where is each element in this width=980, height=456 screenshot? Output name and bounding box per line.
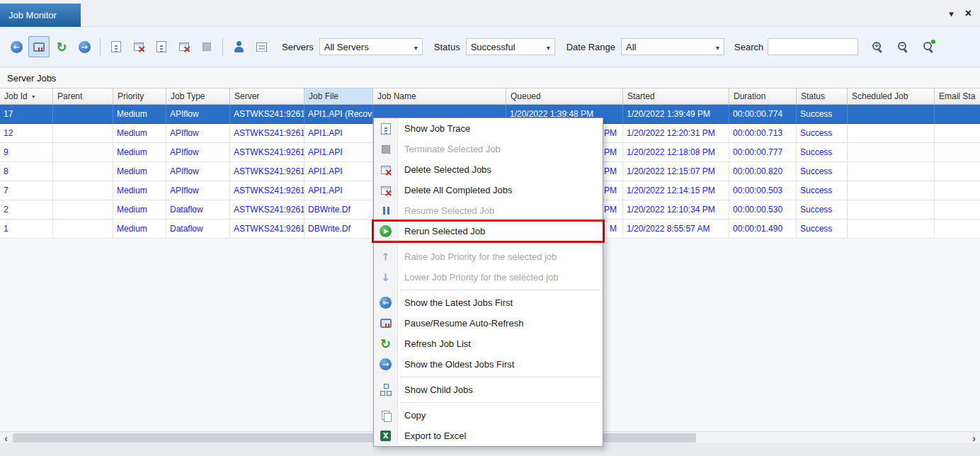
menu-item-label: Show the Oldest Jobs First <box>404 359 514 370</box>
find-button[interactable]: + <box>867 36 888 57</box>
column-header-job-type[interactable]: Job Type <box>166 88 230 105</box>
menu-icon-gutter: ▶ <box>374 225 397 237</box>
refresh-job-list-button[interactable]: ↻ <box>51 36 72 57</box>
menu-icon-gutter <box>374 409 397 422</box>
cell-job_type: APIflow <box>166 143 230 162</box>
column-header-status[interactable]: Status <box>797 88 848 105</box>
menu-item-raise-job-priority-for-the-selected-job: ↑Raise Job Priority for the selected job <box>374 246 603 267</box>
menu-item-show-job-trace[interactable]: Show Job Trace <box>374 118 603 139</box>
menu-item-label: Show Child Jobs <box>404 384 473 395</box>
cell-started: 1/20/2022 1:39:49 PM <box>623 105 729 124</box>
status-value: Successful <box>471 42 515 52</box>
menu-item-label: Delete All Completed Jobs <box>404 185 512 195</box>
cell-job_type: APIflow <box>166 181 230 200</box>
job-monitor-tab[interactable]: Job Monitor <box>0 4 81 27</box>
cell-job_id: 9 <box>0 143 53 162</box>
chevron-down-icon <box>547 42 550 52</box>
window-close-icon[interactable] <box>965 7 972 20</box>
servers-dropdown[interactable]: All Servers <box>319 38 423 55</box>
column-header-job-file[interactable]: Job File <box>304 88 373 105</box>
cell-started: 1/20/2022 12:10:34 PM <box>623 200 729 220</box>
copy-icon <box>380 409 392 422</box>
menu-item-show-the-oldest-jobs-first[interactable]: →Show the Oldest Jobs First <box>374 354 603 375</box>
column-header-scheduled-job[interactable]: Scheduled Job <box>848 88 935 105</box>
column-header-email-sta[interactable]: Email Sta <box>935 88 980 105</box>
search-input[interactable] <box>768 38 858 55</box>
magnifier-gear-icon <box>922 40 935 53</box>
menu-item-label: Rerun Selected Job <box>404 226 485 236</box>
cell-scheduled_job <box>848 200 935 220</box>
cell-job_file: API1.API <box>304 124 373 143</box>
user-jobs-button[interactable] <box>228 36 249 57</box>
cell-duration: 00:00:00.774 <box>729 105 797 124</box>
menu-item-label: Terminate Selected Job <box>404 144 501 154</box>
cell-started: 1/20/2022 12:14:15 PM <box>623 181 729 200</box>
menu-icon-gutter <box>374 205 397 217</box>
chevron-down-icon <box>414 42 418 52</box>
search-options-button[interactable] <box>918 36 939 57</box>
cell-priority: Medium <box>113 220 166 239</box>
cell-priority: Medium <box>113 105 166 124</box>
menu-icon-gutter: → <box>374 358 397 370</box>
cell-server: ASTWKS241:9261 <box>230 124 304 143</box>
cell-parent <box>53 181 113 200</box>
column-header-priority[interactable]: Priority <box>113 88 166 105</box>
column-header-parent[interactable]: Parent <box>53 88 113 105</box>
status-label: Status <box>434 42 460 52</box>
show-child-jobs-button[interactable] <box>251 36 272 57</box>
cell-duration: 00:00:00.530 <box>729 200 797 220</box>
delete-all-completed-jobs-button[interactable] <box>173 36 195 57</box>
window-dropdown-icon[interactable] <box>949 7 954 20</box>
table-x-icon <box>381 166 391 174</box>
trace-icon <box>111 41 121 52</box>
cell-email_status <box>935 105 980 124</box>
cell-email_status <box>935 143 980 162</box>
column-header-duration[interactable]: Duration <box>729 88 797 105</box>
show-latest-jobs-first-button[interactable]: ← <box>6 36 27 57</box>
doc-icon <box>156 41 166 52</box>
find-clear-button[interactable]: − <box>892 36 913 57</box>
menu-item-show-the-latest-jobs-first[interactable]: ←Show the Latest Jobs First <box>374 292 603 313</box>
table-x2-icon <box>381 186 391 195</box>
cell-job_type: APIflow <box>166 162 230 181</box>
menu-item-label: Resume Selected Job <box>404 205 494 216</box>
scroll-right-button[interactable] <box>968 432 980 444</box>
arrow-up-icon: ↑ <box>380 251 392 263</box>
column-header-job-id[interactable]: Job Id▼ <box>0 88 53 105</box>
cell-scheduled_job <box>848 143 935 162</box>
menu-item-delete-selected-jobs[interactable]: Delete Selected Jobs <box>374 159 603 180</box>
menu-item-rerun-selected-job[interactable]: ▶Rerun Selected Job <box>374 221 603 241</box>
column-header-queued[interactable]: Queued <box>506 88 623 105</box>
menu-icon-gutter: ↓ <box>374 271 397 284</box>
menu-item-copy[interactable]: Copy <box>374 405 603 426</box>
pause-resume-auto-refresh-button[interactable] <box>28 36 50 57</box>
cell-job_file: API1.API <box>304 162 373 181</box>
cell-job_id: 2 <box>0 200 53 220</box>
show-oldest-jobs-first-button[interactable]: → <box>74 36 95 57</box>
cell-job_id: 12 <box>0 124 53 143</box>
menu-item-label: Refresh Job List <box>404 338 471 349</box>
menu-item-show-child-jobs[interactable]: Show Child Jobs <box>374 380 603 400</box>
status-dropdown[interactable]: Successful <box>466 38 555 55</box>
menu-item-refresh-job-list[interactable]: ↻Refresh Job List <box>374 334 603 354</box>
menu-item-delete-all-completed-jobs[interactable]: Delete All Completed Jobs <box>374 180 603 200</box>
column-header-job-name[interactable]: Job Name <box>373 88 506 105</box>
menu-icon-gutter: X <box>374 431 397 441</box>
cell-email_status <box>935 220 980 239</box>
menu-item-pause-resume-auto-refresh[interactable]: Pause/Resume Auto-Refresh <box>374 313 603 334</box>
cell-parent <box>53 200 113 220</box>
job-details-button[interactable] <box>151 36 172 57</box>
column-header-started[interactable]: Started <box>623 88 729 105</box>
context-menu: Show Job TraceTerminate Selected JobDele… <box>373 118 603 447</box>
column-header-server[interactable]: Server <box>230 88 304 105</box>
monitor-icon <box>33 42 45 52</box>
menu-icon-gutter <box>374 166 397 174</box>
date-range-dropdown[interactable]: All <box>621 38 724 55</box>
show-job-trace-button[interactable] <box>106 36 127 57</box>
menu-item-export-to-excel[interactable]: XExport to Excel <box>374 426 603 446</box>
cell-started: 1/20/2022 8:55:57 AM <box>623 220 729 239</box>
cell-job_type: Dataflow <box>166 200 230 220</box>
scroll-left-button[interactable] <box>0 432 12 444</box>
cell-duration: 00:00:00.820 <box>729 162 797 181</box>
delete-selected-jobs-button[interactable] <box>128 36 149 57</box>
